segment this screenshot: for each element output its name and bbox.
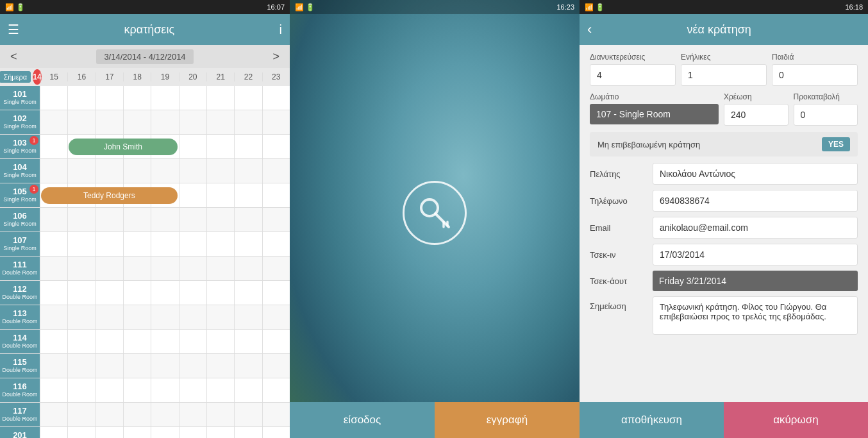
table-row: 113 Double Room: [0, 305, 290, 330]
room-number: 115: [13, 358, 27, 367]
room-info-101: 101 Single Room: [0, 86, 40, 110]
room-type: Double Room: [2, 367, 37, 374]
statusbar-time-p3: 16:18: [845, 3, 863, 11]
deposit-label: Προκαταβολή: [794, 92, 858, 101]
room-type: Single Room: [3, 148, 37, 155]
day-22: 22: [234, 72, 262, 81]
room-type: Single Room: [3, 197, 37, 203]
phone-row: Τηλέφωνο: [590, 190, 858, 212]
panel-login: 📶 🔋 16:23 είσοδος εγγραφή: [290, 0, 580, 438]
checkin-input[interactable]: [653, 244, 858, 265]
statusbar-p2: 📶 🔋 16:23: [290, 0, 580, 14]
checkout-label: Τσεκ-άουτ: [590, 276, 647, 286]
children-input[interactable]: [772, 64, 858, 86]
room-days: [40, 110, 290, 134]
statusbar-p1: 📶 🔋 16:07: [0, 0, 290, 14]
info-icon[interactable]: i: [280, 22, 282, 37]
room-badge: 1: [29, 136, 38, 145]
day-headers: 15 16 17 18 19 20 21 22 23: [40, 72, 290, 81]
room-number: 112: [13, 285, 27, 294]
charge-group: Χρέωση: [724, 92, 789, 126]
date-nav: < 3/14/2014 - 4/12/2014 >: [0, 45, 290, 68]
panel-new-booking: 📶 🔋 16:18 ‹ νέα κράτηση Διανυκτερεύσεις …: [580, 0, 868, 438]
room-type: Double Room: [2, 416, 37, 423]
room-type: Double Room: [2, 294, 37, 301]
room-days-105: Teddy Rodgers: [40, 183, 290, 207]
day-17: 17: [96, 72, 123, 81]
phone-input[interactable]: [653, 190, 858, 212]
room-type: Double Room: [2, 270, 37, 276]
room-label: Δωμάτιο: [590, 92, 719, 101]
charge-input[interactable]: [724, 104, 789, 126]
table-row: 111 Double Room: [0, 257, 290, 281]
day-21: 21: [206, 72, 234, 81]
room-info-114: 114 Double Room: [0, 330, 40, 353]
room-info-113: 113 Double Room: [0, 305, 40, 329]
unconfirmed-row: Μη επιβεβαιωμένη κράτηση YES: [590, 132, 858, 156]
register-button[interactable]: εγγραφή: [435, 402, 580, 438]
booking-john-smith[interactable]: John Smith: [69, 139, 177, 155]
checkout-input[interactable]: [653, 271, 858, 291]
table-row: 106 Single Room: [0, 208, 290, 232]
room-number: 116: [13, 382, 27, 391]
room-type: Double Room: [2, 319, 37, 325]
room-group: Δωμάτιο: [590, 92, 719, 126]
adults-input[interactable]: [681, 64, 767, 86]
nights-input[interactable]: [590, 64, 676, 86]
customer-row: Πελάτης: [590, 163, 858, 185]
customer-label: Πελάτης: [590, 169, 647, 179]
deposit-group: Προκαταβολή: [794, 92, 858, 126]
room-info-116: 116 Double Room: [0, 378, 40, 402]
adults-label: Ενήλικες: [681, 53, 767, 62]
login-footer: είσοδος εγγραφή: [290, 402, 580, 438]
table-row: 103 Single Room 1 John Smith: [0, 135, 290, 159]
menu-icon[interactable]: ☰: [8, 22, 19, 37]
cancel-button[interactable]: ακύρωση: [724, 402, 868, 438]
room-days: [40, 86, 290, 110]
room-info-201: 201 Suite: [0, 427, 40, 438]
date-range-label: 3/14/2014 - 4/12/2014: [96, 49, 193, 64]
room-type: Double Room: [2, 343, 37, 350]
room-charge-deposit-row: Δωμάτιο Χρέωση Προκαταβολή: [590, 92, 858, 126]
room-number: 113: [13, 309, 27, 318]
room-info-106: 106 Single Room: [0, 208, 40, 232]
adults-group: Ενήλικες: [681, 53, 767, 86]
notes-textarea[interactable]: [653, 296, 858, 335]
new-booking-footer: αποθήκευση ακύρωση: [580, 402, 868, 438]
prev-date-btn[interactable]: <: [5, 50, 22, 63]
email-label: Email: [590, 223, 647, 233]
customer-input[interactable]: [653, 163, 858, 185]
room-number: 201: [13, 431, 27, 438]
back-button[interactable]: ‹: [587, 21, 592, 38]
room-info-102: 102 Single Room: [0, 110, 40, 134]
login-button[interactable]: είσοδος: [290, 402, 435, 438]
key-icon-circle: [403, 181, 467, 245]
room-info-112: 112 Double Room: [0, 281, 40, 305]
checkin-label: Τσεκ-ιν: [590, 250, 647, 260]
booking-teddy-rodgers[interactable]: Teddy Rodgers: [41, 187, 178, 204]
room-number: 111: [13, 260, 27, 269]
day-15: 15: [40, 72, 67, 81]
table-row: 115 Double Room: [0, 354, 290, 378]
room-badge: 1: [29, 185, 38, 194]
table-row: 117 Double Room: [0, 403, 290, 427]
room-number: 117: [13, 407, 27, 416]
next-date-btn[interactable]: >: [267, 50, 285, 63]
deposit-input[interactable]: [794, 104, 858, 126]
today-button[interactable]: Σήμερα: [0, 71, 31, 83]
room-number: 102: [13, 114, 27, 123]
save-button[interactable]: αποθήκευση: [580, 402, 724, 438]
room-info-115: 115 Double Room: [0, 354, 40, 378]
email-input[interactable]: [653, 217, 858, 239]
email-row: Email: [590, 217, 858, 239]
room-input[interactable]: [590, 104, 719, 124]
room-number: 114: [13, 333, 27, 342]
table-row: 105 Single Room 1 Teddy Rodgers: [0, 183, 290, 208]
room-info-111: 111 Double Room: [0, 257, 40, 280]
today-col: Σήμερα 14: [0, 69, 40, 85]
unconfirmed-label: Μη επιβεβαιωμένη κράτηση: [597, 140, 700, 149]
app-header: ☰ κρατήσεις i: [0, 14, 290, 45]
room-number: 106: [13, 212, 27, 221]
unconfirmed-toggle[interactable]: YES: [822, 137, 850, 151]
new-booking-header: ‹ νέα κράτηση: [580, 14, 868, 45]
